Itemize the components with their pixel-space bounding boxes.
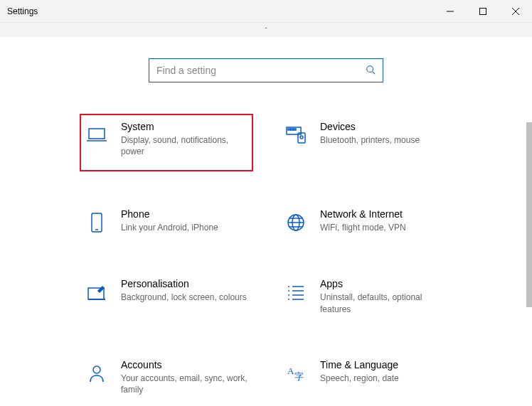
category-desc: WiFi, flight mode, VPN bbox=[320, 222, 447, 233]
svg-rect-11 bbox=[294, 129, 296, 130]
paint-icon bbox=[85, 281, 108, 304]
language-icon: A字 bbox=[284, 362, 307, 385]
globe-icon bbox=[284, 211, 307, 234]
category-title: Accounts bbox=[121, 359, 248, 370]
svg-point-31 bbox=[93, 366, 100, 373]
svg-rect-1 bbox=[480, 9, 486, 15]
search-box[interactable] bbox=[149, 58, 383, 82]
category-desc: Display, sound, notifications, power bbox=[121, 134, 248, 157]
search-icon bbox=[366, 65, 376, 77]
window-title: Settings bbox=[7, 6, 38, 16]
category-title: Phone bbox=[121, 208, 248, 220]
devices-icon bbox=[284, 124, 307, 146]
titlebar: Settings bbox=[0, 0, 532, 23]
category-devices[interactable]: Devices Bluetooth, printers, mouse bbox=[280, 117, 451, 169]
category-desc: Uninstall, defaults, optional features bbox=[320, 292, 447, 314]
person-icon bbox=[85, 362, 108, 385]
category-personalisation[interactable]: Personalisation Background, lock screen,… bbox=[81, 274, 252, 319]
svg-text:字: 字 bbox=[294, 371, 304, 382]
category-title: Network & Internet bbox=[320, 208, 447, 220]
category-phone[interactable]: Phone Link your Android, iPhone bbox=[81, 204, 252, 238]
content-area: System Display, sound, notifications, po… bbox=[0, 37, 532, 406]
minimize-button[interactable] bbox=[434, 0, 467, 23]
phone-icon bbox=[85, 211, 108, 234]
category-title: Apps bbox=[320, 278, 447, 289]
window-controls bbox=[434, 0, 532, 22]
category-title: Time & Language bbox=[320, 359, 447, 370]
category-apps[interactable]: Apps Uninstall, defaults, optional featu… bbox=[280, 274, 451, 319]
category-desc: Background, lock screen, colours bbox=[121, 292, 248, 303]
category-title: Personalisation bbox=[121, 278, 248, 289]
category-title: System bbox=[121, 121, 248, 132]
svg-point-4 bbox=[367, 65, 373, 72]
scrollbar[interactable] bbox=[526, 122, 532, 307]
categories-grid: System Display, sound, notifications, po… bbox=[0, 117, 532, 400]
svg-rect-10 bbox=[291, 129, 293, 130]
category-network[interactable]: Network & Internet WiFi, flight mode, VP… bbox=[280, 204, 451, 238]
close-button[interactable] bbox=[499, 0, 532, 23]
maximize-button[interactable] bbox=[467, 0, 499, 23]
laptop-icon bbox=[85, 124, 108, 146]
svg-point-13 bbox=[300, 136, 303, 139]
category-desc: Bluetooth, printers, mouse bbox=[320, 134, 447, 146]
svg-line-5 bbox=[373, 71, 376, 74]
svg-text:A: A bbox=[287, 365, 294, 376]
svg-rect-9 bbox=[288, 129, 290, 130]
category-desc: Your accounts, email, sync, work, family bbox=[121, 373, 248, 395]
category-title: Devices bbox=[320, 121, 447, 132]
search-input[interactable] bbox=[156, 65, 366, 76]
category-desc: Link your Android, iPhone bbox=[121, 222, 248, 233]
category-desc: Speech, region, date bbox=[320, 373, 447, 384]
category-time[interactable]: A字 Time & Language Speech, region, date bbox=[280, 355, 451, 400]
category-accounts[interactable]: Accounts Your accounts, email, sync, wor… bbox=[81, 355, 252, 400]
search-wrap bbox=[0, 58, 532, 82]
list-icon bbox=[284, 281, 307, 304]
svg-rect-6 bbox=[89, 129, 105, 139]
svg-rect-14 bbox=[92, 213, 102, 232]
category-system[interactable]: System Display, sound, notifications, po… bbox=[80, 114, 253, 171]
subheader: - bbox=[0, 23, 532, 37]
